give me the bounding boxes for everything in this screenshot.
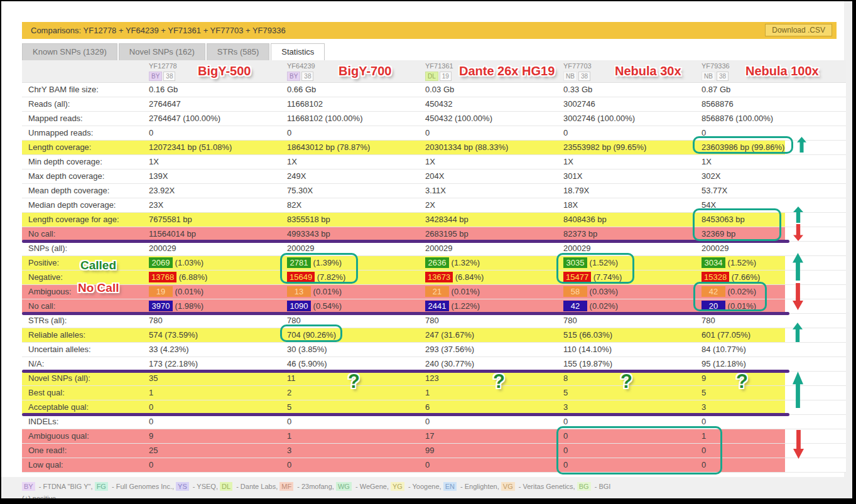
purple-divider [22, 370, 789, 373]
version-badge: 38 [578, 72, 590, 81]
sample-id: YF77703 [563, 62, 695, 70]
stat-cell: 450432 (100.00%) [425, 112, 563, 126]
stat-cell: 42 (0.02%) [702, 285, 840, 299]
stat-cell: 3428344 bp [425, 213, 563, 227]
stat-cell: 200029 [702, 242, 840, 255]
stat-cell: 0 [287, 415, 425, 429]
stat-cell: 780 [287, 314, 425, 328]
row-label: No call: [22, 227, 149, 241]
stat-cell: 19 (0.01%) [149, 285, 287, 299]
row-label: STRs (all): [22, 314, 149, 328]
stat-cell: 301X [563, 169, 702, 183]
value-badge: 2069 [149, 257, 173, 268]
stat-cell: 25 [149, 444, 287, 458]
table-header: YF12778BY38YF64239BY38YF71361DL19YF77703… [22, 60, 846, 83]
stat-cell: 780 [563, 314, 702, 328]
stat-cell: 15477 (7.74%) [563, 271, 702, 284]
stat-cell: 30 (3.85%) [287, 343, 425, 357]
stat-cell: 0 [563, 429, 702, 443]
value-badge: 42 [702, 286, 725, 297]
row-label: N/A: [22, 357, 149, 371]
stat-cell: 1 [702, 429, 840, 443]
purple-divider [22, 240, 789, 243]
download-csv-button[interactable]: Download .CSV [765, 24, 832, 36]
comparisons-title: Comparisons: YF12778 + YF64239 + YF71361… [22, 26, 286, 35]
value-badge: 3035 [563, 257, 587, 268]
table-row: INDELs:00000 [22, 415, 846, 429]
tab-strs[interactable]: STRs (585) [207, 43, 269, 60]
stat-cell: 8453063 bp [702, 213, 840, 227]
lab-badge: BY [287, 72, 300, 81]
stat-cell: 1 [149, 386, 287, 400]
row-label: INDELs: [22, 415, 149, 429]
stat-cell: 42 (0.02%) [563, 299, 702, 313]
tab-known-snps[interactable]: Known SNPs (1329) [22, 43, 117, 60]
stat-cell: 1 [425, 386, 563, 400]
stat-cell: 0.66 Gb [287, 83, 425, 97]
value-badge: 13 [287, 286, 311, 297]
legend-code-badge: WG [336, 482, 352, 491]
stat-cell: 13768 (6.88%) [149, 271, 287, 284]
row-label: Positive: [22, 256, 149, 270]
stat-cell: 0 [287, 126, 425, 140]
stat-cell: 11668102 [287, 97, 425, 111]
legend-item: FG - Full Genomes Inc., [95, 483, 176, 490]
column-header-YF79336: YF79336NB38 [702, 62, 833, 82]
version-badge: 38 [163, 72, 175, 81]
row-label: Mean depth coverage: [22, 184, 149, 198]
stat-cell: 601 (77.05%) [702, 328, 840, 342]
value-badge: 15649 [287, 272, 315, 282]
stat-cell: 11 [287, 372, 425, 385]
value-badge: 3034 [702, 257, 725, 268]
purple-divider [22, 312, 789, 315]
stat-cell: 2X [425, 198, 563, 212]
stat-cell: 9 [702, 372, 840, 385]
row-label: Acceptable qual: [22, 400, 149, 414]
stat-cell: 0 [702, 126, 840, 140]
column-header-YF12778: YF12778BY38 [149, 62, 281, 82]
stat-cell: 2441 (1.22%) [425, 299, 563, 313]
legend-item: YS - YSEQ, [176, 483, 220, 490]
stat-cell: 23553982 bp (99.65%) [563, 141, 702, 154]
stat-cell: 2764647 (100.00%) [149, 112, 287, 126]
table-row: Min depth coverage:1X1X1X1X1X [22, 155, 846, 169]
value-badge: 2636 [425, 257, 449, 268]
sample-id: YF71361 [425, 62, 557, 70]
stat-cell: 0 [149, 415, 287, 429]
table-row: Reads (all):2764647116681024504323002746… [22, 97, 846, 112]
stat-cell: 173 (22.18%) [149, 357, 287, 371]
value-badge: 15477 [563, 272, 591, 282]
stat-cell: 200029 [287, 242, 425, 255]
row-label: Length coverage: [22, 141, 149, 154]
row-label: No call: [22, 299, 149, 313]
value-badge: 20 [702, 301, 725, 311]
stat-cell: 4993343 bp [287, 227, 425, 241]
row-label: Low qual: [22, 458, 149, 472]
row-label: Length coverage for age: [22, 213, 149, 227]
tab-statistics[interactable]: Statistics [271, 43, 325, 60]
value-badge: 15328 [702, 272, 729, 282]
purple-divider [22, 413, 789, 416]
stat-cell: 75.30X [287, 184, 425, 198]
value-badge: 2441 [425, 301, 449, 311]
stat-cell: 1X [425, 155, 563, 169]
stat-cell: 0.87 Gb [702, 83, 840, 97]
stat-cell: 2781 (1.39%) [287, 256, 425, 270]
stat-cell: 293 (37.56%) [425, 343, 563, 357]
table-row: Mapped reads:2764647 (100.00%)11668102 (… [22, 112, 846, 126]
stat-cell: 20 (0.01%) [702, 299, 840, 313]
stat-cell: 15328 (7.66%) [702, 271, 840, 284]
stat-cell: 3 [563, 400, 702, 414]
legend-item: WG - WeGene, [336, 483, 391, 490]
stat-cell: 515 (66.03%) [563, 328, 702, 342]
stat-cell: 7675581 bp [149, 213, 287, 227]
table-body: ChrY BAM file size:0.16 Gb0.66 Gb0.03 Gb… [22, 83, 846, 473]
row-label: ChrY BAM file size: [22, 83, 149, 97]
stat-cell: 99 [425, 444, 563, 458]
lab-badge: DL [425, 72, 438, 81]
row-label: Reliable alleles: [22, 328, 149, 342]
stat-cell: 0.03 Gb [425, 83, 563, 97]
legend-code-badge: DL [220, 482, 232, 491]
table-row: Negative:13768 (6.88%)15649 (7.82%)13673… [22, 271, 846, 285]
tab-novel-snps[interactable]: Novel SNPs (162) [119, 43, 205, 60]
